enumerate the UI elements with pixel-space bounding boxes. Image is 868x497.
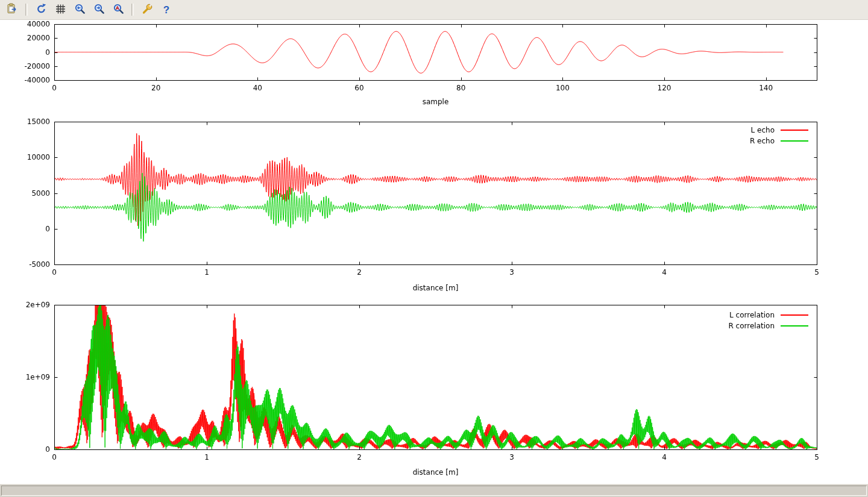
help-icon: ? bbox=[163, 5, 169, 15]
zoom-next-icon bbox=[93, 3, 105, 16]
plot-surface bbox=[0, 20, 868, 484]
toolbar: A ? bbox=[0, 0, 868, 20]
svg-text:A: A bbox=[116, 5, 119, 11]
toolbar-separator bbox=[25, 4, 28, 16]
charts-canvas[interactable] bbox=[0, 20, 868, 484]
grid-icon bbox=[55, 3, 66, 16]
settings-button[interactable] bbox=[139, 2, 156, 17]
zoom-next-button[interactable] bbox=[90, 2, 107, 17]
help-button[interactable]: ? bbox=[158, 2, 175, 17]
replot-icon bbox=[36, 3, 47, 16]
clipboard-export-icon bbox=[7, 3, 18, 16]
toolbar-separator bbox=[131, 4, 134, 16]
export-button[interactable] bbox=[4, 2, 20, 17]
status-message bbox=[1, 486, 867, 496]
replot-button[interactable] bbox=[33, 2, 49, 17]
grid-button[interactable] bbox=[52, 2, 69, 17]
zoom-previous-button[interactable] bbox=[71, 2, 88, 17]
zoom-previous-icon bbox=[74, 3, 86, 16]
autoscale-icon: A bbox=[113, 3, 124, 16]
autoscale-button[interactable]: A bbox=[110, 2, 127, 17]
wrench-icon bbox=[142, 3, 153, 16]
status-bar bbox=[0, 484, 868, 497]
